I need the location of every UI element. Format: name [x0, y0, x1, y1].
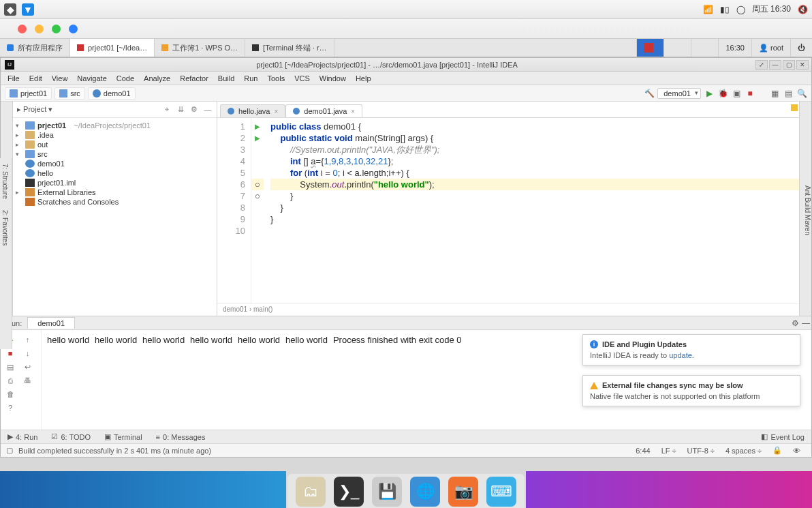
update-link[interactable]: update	[669, 351, 692, 359]
app-launcher-icon[interactable]: ▼	[22, 3, 34, 16]
file-encoding[interactable]: UTF-8 ÷	[682, 447, 720, 455]
run-tab-demo01[interactable]: demo01	[27, 317, 75, 329]
menu-code[interactable]: Code	[112, 73, 138, 84]
menu-navigate[interactable]: Navigate	[73, 73, 110, 84]
taskbar-tray-slot-2[interactable]	[691, 39, 718, 57]
run-hide-icon[interactable]: —	[800, 318, 811, 329]
code-editor[interactable]: 12345678910 ▶▶○○ public class demo01 { p…	[217, 118, 799, 303]
taskbar-item-terminal[interactable]: [Terminal 终端 · r…	[245, 39, 334, 57]
toolstrip-eventlog[interactable]: ◧ Event Log	[754, 432, 811, 441]
coverage-button-icon[interactable]: ▣	[731, 88, 742, 99]
notification-file-sync[interactable]: External file changes sync may be slow N…	[582, 375, 800, 406]
toolstrip-todo[interactable]: ☑ 6: TODO	[44, 432, 97, 441]
menu-vcs[interactable]: VCS	[290, 73, 314, 84]
battery-icon[interactable]: ▮▯	[720, 5, 730, 14]
stop-icon[interactable]: ■	[5, 348, 16, 359]
dock-screenshot-icon[interactable]: 📷	[448, 477, 478, 507]
app-menu-icon[interactable]: ◆	[4, 3, 16, 16]
taskbar-power-icon[interactable]: ⏻	[790, 39, 812, 57]
hide-panel-icon[interactable]: —	[203, 105, 213, 115]
stop-button-icon[interactable]: ■	[745, 88, 755, 99]
volume-icon[interactable]: 🔇	[798, 5, 808, 14]
code-content[interactable]: public class demo01 { public static void…	[264, 118, 799, 303]
line-separator[interactable]: LF ÷	[656, 447, 682, 455]
menu-edit[interactable]: Edit	[25, 73, 46, 84]
menu-window[interactable]: Window	[315, 73, 350, 84]
right-tool-rail[interactable]: Ant Build Maven	[799, 102, 811, 316]
ide-minimize-button[interactable]: —	[769, 60, 781, 70]
crumb-project[interactable]: prject01	[5, 87, 52, 100]
run-button-icon[interactable]: ▶	[704, 88, 715, 99]
print-icon[interactable]: 🖶	[22, 375, 33, 386]
notification-ide-update[interactable]: iIDE and Plugin Updates IntelliJ IDEA is…	[582, 334, 800, 365]
clock-label[interactable]: 周五 16:30	[752, 3, 791, 15]
dock-files-icon[interactable]: 🗂	[296, 477, 326, 507]
help-icon[interactable]: ?	[5, 402, 16, 413]
inspection-indicator-icon[interactable]	[791, 104, 798, 111]
taskbar-item-apps[interactable]: 所有应用程序	[0, 39, 70, 57]
extra-window-button[interactable]	[69, 25, 78, 33]
dock-disk-icon[interactable]: 💾	[372, 477, 402, 507]
menu-tools[interactable]: Tools	[263, 73, 289, 84]
menu-analyze[interactable]: Analyze	[140, 73, 174, 84]
run-config-dropdown[interactable]: demo01	[657, 88, 701, 99]
scroll-from-source-icon[interactable]: ⌖	[162, 105, 172, 115]
project-view-label[interactable]: ▸ Project ▾	[17, 105, 52, 114]
run-settings-gear-icon[interactable]: ⚙	[790, 318, 800, 329]
soft-wrap-icon[interactable]: ↩	[22, 361, 33, 372]
dock-keyboard-icon[interactable]: ⌨	[486, 477, 516, 507]
taskbar-item-intellij[interactable]: prject01 [~/Idea…	[70, 39, 155, 57]
caret-position[interactable]: 6:44	[630, 447, 655, 455]
settings-icon[interactable]: ▤	[783, 88, 794, 99]
menu-refactor[interactable]: Refactor	[176, 73, 213, 84]
taskbar-tray-intellij[interactable]	[636, 39, 663, 57]
dock-terminal-icon[interactable]: ❯_	[334, 477, 364, 507]
left-outer-rail[interactable]: 7: Structure 2: Favorites	[0, 158, 12, 349]
indent-setting[interactable]: 4 spaces ÷	[720, 447, 767, 455]
close-window-button[interactable]	[18, 25, 27, 33]
ide-close-button[interactable]: ✕	[796, 60, 809, 70]
wifi-icon[interactable]: 📶	[703, 5, 713, 14]
status-toggle-icon[interactable]: ▢	[6, 446, 13, 455]
inspection-eye-icon[interactable]: 👁	[787, 447, 806, 455]
debug-button-icon[interactable]: 🐞	[717, 88, 728, 99]
crumb-file[interactable]: demo01	[88, 87, 136, 100]
crumb-src[interactable]: src	[54, 87, 85, 100]
minimize-window-button[interactable]	[35, 25, 44, 33]
menu-run[interactable]: Run	[240, 73, 262, 84]
zoom-window-button[interactable]	[52, 25, 61, 33]
close-tab-icon[interactable]: ×	[274, 108, 278, 115]
close-tab-icon[interactable]: ×	[351, 108, 355, 115]
menu-file[interactable]: File	[3, 73, 24, 84]
toolstrip-terminal[interactable]: ▣ Terminal	[97, 432, 149, 441]
toolstrip-messages[interactable]: ≡ 0: Messages	[149, 433, 213, 441]
ide-maximize-button[interactable]: ▢	[783, 60, 795, 70]
collapse-all-icon[interactable]: ⇊	[176, 105, 185, 115]
editor-tab-demo01[interactable]: demo01.java×	[285, 104, 362, 117]
build-hammer-icon[interactable]: 🔨	[644, 88, 655, 99]
taskbar-user[interactable]: 👤 root	[751, 39, 790, 57]
search-everywhere-icon[interactable]: 🔍	[796, 88, 807, 99]
editor-tab-hello[interactable]: hello.java×	[220, 104, 285, 117]
gutter-run-icons[interactable]: ▶▶○○	[251, 118, 264, 303]
toolstrip-run[interactable]: ▶ 4: Run	[1, 432, 44, 441]
menu-help[interactable]: Help	[352, 73, 375, 84]
clear-icon[interactable]: 🗑	[5, 389, 16, 400]
taskbar: 所有应用程序 prject01 [~/Idea… 工作簿1 · WPS O… […	[0, 38, 812, 57]
ide-pin-button[interactable]: ⤢	[755, 60, 768, 70]
up-icon[interactable]: ↑	[22, 334, 33, 345]
taskbar-tray-slot-1[interactable]	[663, 39, 691, 57]
menu-build[interactable]: Build	[214, 73, 238, 84]
taskbar-item-wps[interactable]: 工作簿1 · WPS O…	[155, 39, 245, 57]
layout-icon[interactable]: ▤	[5, 361, 16, 372]
editor-breadcrumb[interactable]: demo01 › main()	[217, 303, 799, 316]
menu-view[interactable]: View	[48, 73, 72, 84]
project-tree[interactable]: ▾prject01 ~/IdeaProjects/prject01 ▸.idea…	[13, 118, 217, 209]
down-icon[interactable]: ↓	[22, 348, 33, 359]
search-icon[interactable]: ◯	[736, 5, 745, 14]
readonly-lock-icon[interactable]: 🔒	[767, 446, 787, 455]
scroll-icon[interactable]: ⎙	[5, 375, 16, 386]
dock-browser-icon[interactable]: 🌐	[410, 477, 440, 507]
project-structure-icon[interactable]: ▦	[769, 88, 780, 99]
settings-gear-icon[interactable]: ⚙	[189, 105, 199, 115]
